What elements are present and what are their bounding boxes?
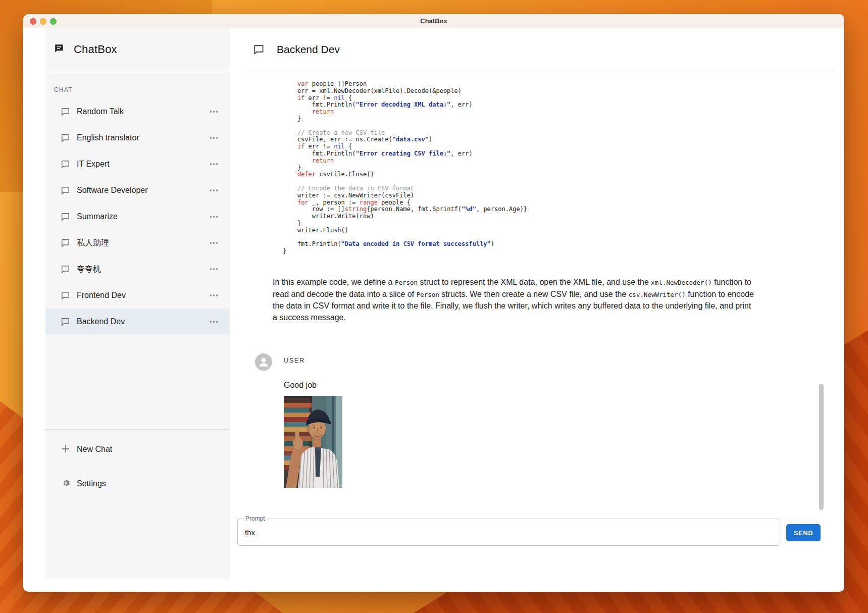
gear-icon: [61, 478, 71, 489]
prompt-input[interactable]: [245, 520, 773, 545]
item-menu-button[interactable]: [210, 321, 218, 323]
chat-list: Random Talk English translator IT Expert…: [45, 98, 230, 335]
chat-section-label: CHAT: [54, 86, 230, 93]
sidebar-item-label: Summarize: [77, 212, 118, 221]
sidebar-item-summarize[interactable]: Summarize: [45, 203, 230, 230]
sidebar-divider: [45, 429, 230, 430]
sidebar-item-label: Random Talk: [77, 107, 124, 116]
sidebar-item-label: IT Expert: [77, 160, 110, 169]
sidebar-item-label: Backend Dev: [77, 317, 125, 326]
item-menu-button[interactable]: [210, 111, 218, 113]
scrollbar-thumb[interactable]: [819, 384, 824, 510]
sidebar-item-label: Software Developer: [77, 186, 148, 195]
chat-bubble-icon: [61, 291, 70, 300]
sidebar-header: ChatBox: [45, 28, 230, 71]
window-title: ChatBox: [420, 17, 447, 25]
settings-label: Settings: [77, 479, 106, 488]
chat-bubble-icon: [61, 186, 70, 195]
sidebar-item-label: 私人助理: [77, 238, 109, 248]
header-divider: [242, 71, 833, 71]
new-chat-label: New Chat: [77, 445, 112, 454]
app-title: ChatBox: [74, 43, 117, 56]
sidebar-item-software-developer[interactable]: Software Developer: [45, 177, 230, 203]
chat-bubble-icon: [253, 44, 265, 56]
chat-bubble-icon: [61, 317, 70, 327]
chat-bubble-icon: [61, 238, 70, 248]
prompt-field: Prompt: [237, 519, 780, 546]
sidebar-item-chat-6[interactable]: 夸夸机: [45, 256, 230, 282]
desktop: ChatBox ChatBox CHAT Random Tal: [0, 0, 868, 613]
user-photo-thumbs-up: [284, 396, 342, 488]
item-menu-button[interactable]: [210, 163, 218, 165]
sidebar-item-frontend-dev[interactable]: Frontend Dev: [45, 282, 230, 309]
code-block: var people []Person err = xml.NewDecoder…: [283, 81, 527, 255]
sidebar-item-random-talk[interactable]: Random Talk: [45, 98, 230, 125]
user-message-text: Good job: [284, 381, 317, 390]
item-menu-button[interactable]: [210, 294, 218, 296]
item-menu-button[interactable]: [210, 216, 218, 218]
item-menu-button[interactable]: [210, 189, 218, 191]
sidebar-item-english-translator[interactable]: English translator: [45, 125, 230, 151]
zoom-window-button[interactable]: [50, 18, 57, 25]
app-logo-chat-icon: [54, 43, 65, 56]
user-avatar: [255, 353, 272, 371]
item-menu-button[interactable]: [210, 137, 218, 139]
sidebar-item-label: Frontend Dev: [77, 291, 126, 300]
app-window: ChatBox ChatBox CHAT Random Tal: [23, 14, 844, 592]
item-menu-button[interactable]: [210, 242, 218, 244]
sidebar-item-it-expert[interactable]: IT Expert: [45, 151, 230, 177]
send-button[interactable]: SEND: [786, 524, 821, 541]
close-window-button[interactable]: [30, 18, 36, 25]
sidebar-item-label: English translator: [77, 133, 139, 142]
settings-button[interactable]: Settings: [45, 471, 230, 497]
item-menu-button[interactable]: [210, 268, 218, 270]
main-header: Backend Dev: [230, 28, 844, 71]
new-chat-button[interactable]: New Chat: [45, 436, 230, 463]
main-panel: Backend Dev var people []Person err = xm…: [230, 28, 844, 592]
chat-bubble-icon: [61, 212, 70, 222]
assistant-paragraph: In this example code, we define a Person…: [273, 277, 756, 323]
chat-bubble-icon: [61, 107, 70, 117]
titlebar: ChatBox: [23, 14, 844, 28]
sidebar-item-backend-dev[interactable]: Backend Dev: [45, 309, 230, 335]
chat-bubble-icon: [61, 160, 70, 169]
minimize-window-button[interactable]: [40, 18, 46, 25]
sidebar-item-label: 夸夸机: [77, 264, 101, 275]
page-title: Backend Dev: [277, 43, 340, 56]
sidebar-item-chat-5[interactable]: 私人助理: [45, 230, 230, 256]
sidebar: ChatBox CHAT Random Talk English transla…: [45, 28, 230, 579]
chat-bubble-icon: [61, 265, 70, 274]
user-name-label: USER: [284, 356, 305, 364]
chat-bubble-icon: [61, 133, 70, 143]
plus-icon: [61, 444, 71, 455]
